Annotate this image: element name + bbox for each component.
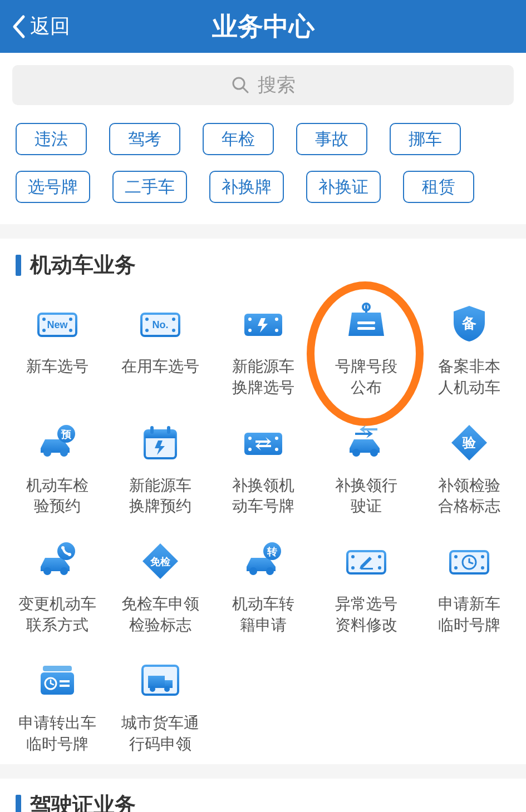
tag-button-7[interactable]: 补换牌 bbox=[209, 171, 284, 203]
service-item-shield-bei[interactable]: 备案非本人机动车 bbox=[417, 301, 520, 403]
service-item-diamond-mianjian[interactable]: 免检车申领检验标志 bbox=[109, 539, 212, 640]
plate-new-icon bbox=[35, 301, 80, 346]
plate-edit-icon bbox=[344, 539, 389, 583]
header: 返回 业务中心 bbox=[0, 0, 526, 53]
tag-button-5[interactable]: 选号牌 bbox=[16, 171, 90, 203]
service-label: 申请转出车临时号牌 bbox=[18, 712, 96, 755]
shield-bei-icon bbox=[447, 301, 491, 346]
board-icon bbox=[344, 301, 389, 346]
search-placeholder: 搜索 bbox=[258, 72, 296, 98]
service-item-car-swap[interactable]: 补换领行驶证 bbox=[314, 420, 417, 522]
section-1: 驾驶证业务 bbox=[0, 779, 526, 812]
tag-button-2[interactable]: 年检 bbox=[203, 123, 274, 155]
service-label: 在用车选号 bbox=[121, 356, 199, 377]
quick-tags: 违法驾考年检事故挪车选号牌二手车补换牌补换证租赁 bbox=[0, 117, 526, 224]
diamond-mianjian-icon bbox=[138, 539, 183, 583]
radio-clock-icon bbox=[35, 658, 80, 702]
tag-button-1[interactable]: 驾考 bbox=[109, 123, 180, 155]
plate-clock-icon bbox=[447, 539, 491, 583]
car-yu-icon bbox=[35, 420, 80, 465]
service-item-car-phone[interactable]: 变更机动车联系方式 bbox=[6, 539, 109, 640]
chevron-left-icon bbox=[11, 14, 26, 39]
car-zhuan-icon bbox=[241, 539, 286, 583]
service-item-plate-energy[interactable]: 新能源车换牌选号 bbox=[212, 301, 314, 403]
service-item-board[interactable]: 号牌号段公布 bbox=[314, 301, 417, 403]
service-label: 备案非本人机动车 bbox=[438, 356, 500, 398]
section-header: 驾驶证业务 bbox=[0, 791, 526, 812]
service-item-plate-new[interactable]: 新车选号 bbox=[6, 301, 109, 403]
service-label: 申请新车临时号牌 bbox=[438, 593, 500, 636]
calendar-energy-icon bbox=[138, 420, 183, 465]
plate-swap-icon bbox=[241, 420, 286, 465]
back-label: 返回 bbox=[30, 13, 70, 40]
section-bar-icon bbox=[16, 255, 21, 276]
tag-button-4[interactable]: 挪车 bbox=[390, 123, 461, 155]
tag-button-8[interactable]: 补换证 bbox=[306, 171, 381, 203]
service-label: 新车选号 bbox=[26, 356, 89, 377]
tag-button-3[interactable]: 事故 bbox=[296, 123, 367, 155]
diamond-yan-icon bbox=[447, 420, 491, 465]
service-label: 机动车检验预约 bbox=[26, 475, 89, 517]
section-title: 机动车业务 bbox=[30, 251, 136, 279]
service-item-plate-edit[interactable]: 异常选号资料修改 bbox=[314, 539, 417, 640]
pass-truck-icon bbox=[138, 658, 183, 702]
service-item-plate-swap[interactable]: 补换领机动车号牌 bbox=[212, 420, 314, 522]
service-item-diamond-yan[interactable]: 补领检验合格标志 bbox=[417, 420, 520, 522]
tag-button-6[interactable]: 二手车 bbox=[112, 171, 187, 203]
tag-button-0[interactable]: 违法 bbox=[16, 123, 87, 155]
search-input[interactable]: 搜索 bbox=[12, 65, 514, 105]
back-button[interactable]: 返回 bbox=[11, 13, 70, 40]
section-title: 驾驶证业务 bbox=[30, 791, 136, 812]
service-item-car-yu[interactable]: 机动车检验预约 bbox=[6, 420, 109, 522]
car-swap-icon bbox=[344, 420, 389, 465]
service-grid: 新车选号在用车选号新能源车换牌选号号牌号段公布备案非本人机动车机动车检验预约新能… bbox=[0, 290, 526, 759]
service-label: 免检车申领检验标志 bbox=[121, 593, 199, 636]
tag-button-9[interactable]: 租赁 bbox=[403, 171, 474, 203]
service-label: 异常选号资料修改 bbox=[335, 593, 397, 636]
service-item-car-zhuan[interactable]: 机动车转籍申请 bbox=[212, 539, 314, 640]
service-label: 机动车转籍申请 bbox=[232, 593, 294, 636]
service-item-radio-clock[interactable]: 申请转出车临时号牌 bbox=[6, 658, 109, 759]
plate-energy-icon bbox=[241, 301, 286, 346]
service-label: 城市货车通行码申领 bbox=[121, 712, 199, 755]
page-title: 业务中心 bbox=[212, 9, 314, 44]
service-label: 新能源车换牌预约 bbox=[129, 475, 191, 517]
service-item-plate-no[interactable]: 在用车选号 bbox=[109, 301, 212, 403]
section-bar-icon bbox=[16, 795, 21, 812]
section-header: 机动车业务 bbox=[0, 251, 526, 290]
search-icon bbox=[231, 76, 250, 95]
service-item-calendar-energy[interactable]: 新能源车换牌预约 bbox=[109, 420, 212, 522]
service-label: 号牌号段公布 bbox=[335, 356, 397, 398]
plate-no-icon bbox=[138, 301, 183, 346]
search-container: 搜索 bbox=[0, 53, 526, 117]
service-label: 补领检验合格标志 bbox=[438, 475, 500, 517]
service-item-plate-clock[interactable]: 申请新车临时号牌 bbox=[417, 539, 520, 640]
section-0: 机动车业务新车选号在用车选号新能源车换牌选号号牌号段公布备案非本人机动车机动车检… bbox=[0, 239, 526, 764]
car-phone-icon bbox=[35, 539, 80, 583]
service-item-pass-truck[interactable]: 城市货车通行码申领 bbox=[109, 658, 212, 759]
service-label: 补换领机动车号牌 bbox=[232, 475, 294, 517]
service-label: 变更机动车联系方式 bbox=[18, 593, 96, 636]
service-label: 新能源车换牌选号 bbox=[232, 356, 294, 398]
service-label: 补换领行驶证 bbox=[335, 475, 397, 517]
